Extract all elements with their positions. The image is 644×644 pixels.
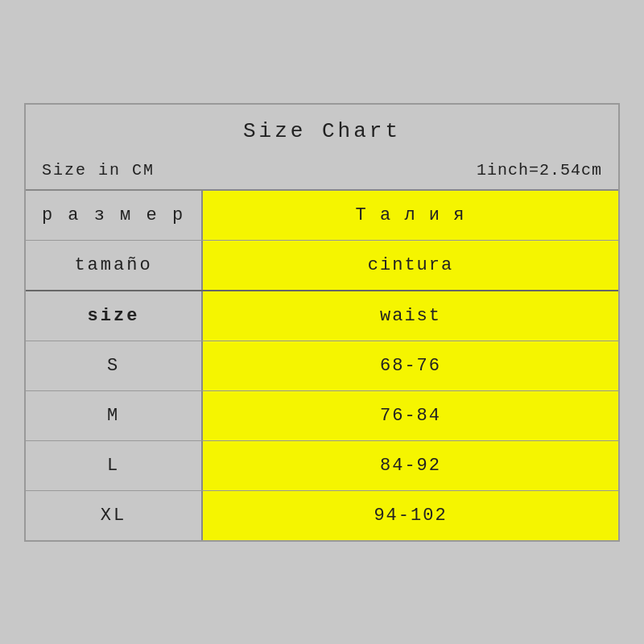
size-in-cm-label: Size in CM: [42, 161, 155, 180]
main-title: Size Chart: [34, 119, 610, 143]
russian-waist-label: Т а л и я: [203, 191, 618, 240]
title-section: Size Chart: [26, 105, 618, 156]
spanish-size-label: tamaño: [26, 241, 203, 290]
waist-header: waist: [203, 291, 618, 341]
waist-cell: 84-92: [203, 441, 618, 490]
size-table: р а з м е р Т а л и я tamaño cintura siz…: [26, 189, 618, 540]
subtitle-row: Size in CM 1inch=2.54cm: [26, 156, 618, 189]
russian-row: р а з м е р Т а л и я: [26, 191, 618, 241]
data-rows: S68-76M76-84L84-92XL94-102: [26, 341, 618, 540]
table-row: XL94-102: [26, 491, 618, 540]
size-header: size: [26, 291, 203, 341]
size-cell: L: [26, 441, 203, 490]
size-cell: XL: [26, 491, 203, 540]
waist-cell: 94-102: [203, 491, 618, 540]
size-cell: S: [26, 341, 203, 390]
table-row: M76-84: [26, 391, 618, 441]
russian-size-label: р а з м е р: [26, 191, 203, 240]
size-cell: M: [26, 391, 203, 440]
conversion-label: 1inch=2.54cm: [477, 161, 602, 180]
waist-cell: 76-84: [203, 391, 618, 440]
waist-cell: 68-76: [203, 341, 618, 390]
size-chart-container: Size Chart Size in CM 1inch=2.54cm р а з…: [24, 103, 620, 542]
table-row: L84-92: [26, 441, 618, 491]
header-row: size waist: [26, 291, 618, 341]
spanish-row: tamaño cintura: [26, 241, 618, 291]
table-row: S68-76: [26, 341, 618, 391]
spanish-waist-label: cintura: [203, 241, 618, 290]
